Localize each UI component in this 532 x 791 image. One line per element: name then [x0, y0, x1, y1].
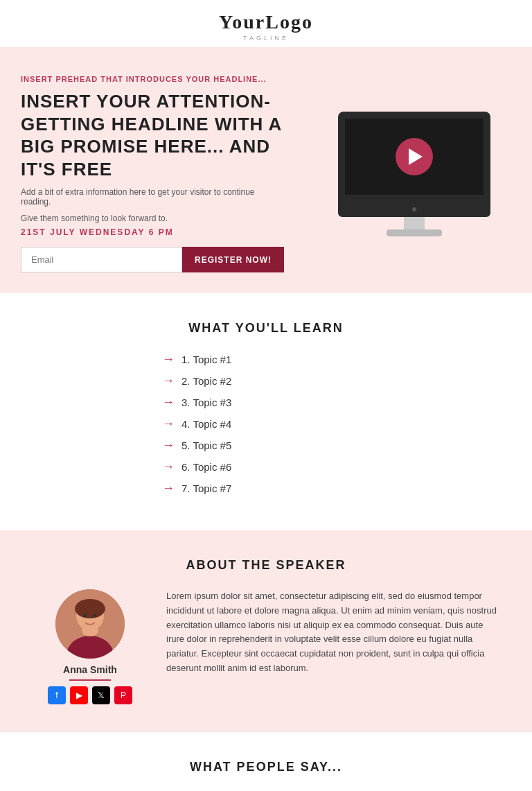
hero-subtext: Add a bit of extra information here to g…	[21, 187, 284, 207]
hero-date: 21ST JULY WEDNESDAY 6 PM	[21, 227, 284, 237]
hero-section: INSERT PREHEAD THAT INTRODUCES YOUR HEAD…	[0, 47, 532, 293]
speaker-name: Anna Smith	[35, 664, 145, 675]
play-triangle	[409, 148, 423, 165]
play-button-icon[interactable]	[396, 138, 433, 175]
arrow-icon: →	[162, 460, 175, 474]
speaker-avatar-svg	[55, 589, 125, 659]
topic-item: →4. Topic #4	[162, 417, 370, 431]
arrow-icon: →	[162, 438, 175, 453]
monitor-dot	[412, 207, 416, 211]
page-header: YourLogo TAGLINE	[0, 0, 532, 47]
svg-point-4	[75, 599, 105, 618]
topic-item: →2. Topic #2	[162, 374, 370, 388]
learn-title: WHAT YOU'LL LEARN	[42, 321, 490, 336]
arrow-icon: →	[162, 352, 175, 367]
speaker-divider	[69, 679, 111, 681]
hero-email-input[interactable]	[21, 247, 182, 272]
speaker-title: ABOUT THE SPEAKER	[35, 558, 497, 573]
arrow-icon: →	[162, 374, 175, 388]
youtube-icon[interactable]: ▶	[70, 686, 88, 704]
testimonials-section: WHAT PEOPLE SAY... Lorem ipsum dolor sit…	[0, 732, 532, 791]
x-icon[interactable]: 𝕏	[92, 686, 110, 704]
logo: YourLogo	[0, 11, 532, 33]
topic-list: →1. Topic #1→2. Topic #2→3. Topic #3→4. …	[162, 352, 370, 496]
social-icons: f ▶ 𝕏 P	[35, 686, 145, 704]
monitor-stand-neck	[404, 217, 425, 229]
monitor-graphic	[338, 112, 490, 236]
speaker-section: ABOUT THE SPEAKER Anna Smith f	[0, 530, 532, 732]
facebook-icon[interactable]: f	[48, 686, 66, 704]
arrow-icon: →	[162, 417, 175, 431]
topic-item: →7. Topic #7	[162, 481, 370, 496]
speaker-profile: Anna Smith f ▶ 𝕏 P	[35, 589, 145, 704]
monitor-stand-base	[387, 229, 442, 236]
learn-section: WHAT YOU'LL LEARN →1. Topic #1→2. Topic …	[0, 293, 532, 530]
hero-content: INSERT PREHEAD THAT INTRODUCES YOUR HEAD…	[21, 75, 284, 272]
topic-item: →6. Topic #6	[162, 460, 370, 474]
svg-point-5	[84, 614, 87, 618]
hero-media	[317, 112, 511, 236]
topic-item: →3. Topic #3	[162, 395, 370, 410]
svg-point-7	[82, 625, 98, 636]
hero-register-button[interactable]: REGISTER NOW!	[182, 247, 284, 272]
speaker-inner: Anna Smith f ▶ 𝕏 P Lorem ipsum dolor sit…	[35, 589, 497, 704]
arrow-icon: →	[162, 481, 175, 496]
arrow-icon: →	[162, 395, 175, 410]
hero-prehead: INSERT PREHEAD THAT INTRODUCES YOUR HEAD…	[21, 75, 284, 83]
svg-point-6	[94, 614, 97, 618]
tagline: TAGLINE	[0, 35, 532, 42]
hero-headline: INSERT YOUR ATTENTION-GETTING HEADLINE W…	[21, 90, 284, 180]
hero-form: REGISTER NOW!	[21, 247, 284, 272]
topic-item: →5. Topic #5	[162, 438, 370, 453]
speaker-bio: Lorem ipsum dolor sit amet, consectetur …	[166, 589, 497, 676]
monitor-screen	[338, 112, 490, 202]
topic-item: →1. Topic #1	[162, 352, 370, 367]
monitor-chin	[338, 202, 490, 217]
hero-forward-text: Give them something to look forward to.	[21, 214, 284, 223]
speaker-avatar	[55, 589, 125, 659]
testimonials-title: WHAT PEOPLE SAY...	[21, 760, 511, 774]
pinterest-icon[interactable]: P	[114, 686, 132, 704]
